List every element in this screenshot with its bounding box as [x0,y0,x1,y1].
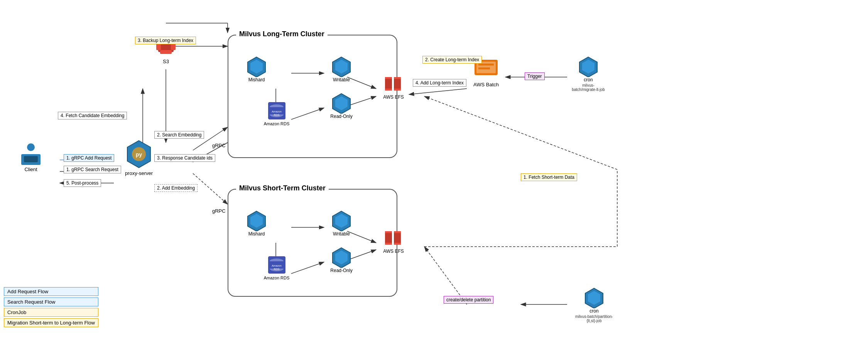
backup-label: 3. Backup Long-term Index [135,37,196,44]
svg-text:Amazon: Amazon [272,264,282,267]
svg-rect-73 [385,231,392,233]
lt-mishard-label: Mishard [239,77,274,82]
svg-rect-74 [394,231,401,233]
add-lt-label: 4. Add Long-term Index [413,79,466,87]
legend-search: Search Request Flow [4,297,98,306]
partition-label: create/delete partition [444,296,493,304]
st-mishard-node: Mishard [239,210,274,237]
st-writable-label: Writable [324,231,359,237]
s3-label: S3 [147,59,185,64]
lt-rds-node: Amazon RDS Amazon RDS [259,100,294,126]
proxy-server-label: proxy-server [116,170,162,176]
lt-efs-node: AWS EFS [376,73,411,100]
svg-text:Amazon: Amazon [272,110,282,113]
svg-rect-57 [385,89,392,91]
add-embedding-label: 2. Add Embedding [154,184,198,192]
svg-rect-76 [394,243,401,245]
svg-text:RDS: RDS [274,268,279,271]
st-readonly-node: Read-Only [324,247,359,273]
svg-line-9 [193,173,228,204]
client-node: Client [12,143,50,172]
svg-rect-71 [385,231,392,245]
st-efs-label: AWS EFS [376,249,411,254]
svg-rect-80 [478,67,490,69]
cron2-label: cron [571,308,617,314]
st-efs-node: AWS EFS [376,227,411,254]
fetch-candidate-label: 4. Fetch Candidate Embedding [58,112,127,119]
st-readonly-label: Read-Only [324,268,359,273]
st-writable-node: Writable [324,210,359,237]
legend: Add Request Flow Search Request Flow Cro… [4,287,98,327]
lt-mishard-node: Mishard [239,56,274,82]
lt-rds-label: Amazon RDS [259,121,294,126]
short-term-cluster-title: Milvus Short-Term Cluster [236,184,329,192]
svg-rect-54 [394,77,401,91]
grpc-search-label: 1. gRPC Search Request [64,166,121,173]
create-lt-label: 2. Create Long-term Index [422,56,482,64]
legend-cron: CronJob [4,308,98,317]
cron1-label: cron [571,77,606,82]
lt-writable-label: Writable [324,77,359,82]
svg-text:py: py [136,151,142,158]
aws-batch-label: AWS Batch [463,82,509,87]
st-mishard-label: Mishard [239,231,274,237]
svg-rect-34 [160,50,172,54]
trigger-label: Trigger [525,72,545,80]
fetch-st-label: 1. Fetch Short-term Data [521,173,577,181]
search-embedding-label: 2. Search Embedding [154,131,204,139]
partition-job-label: milvus-batch/partition-{lt,st}-job [571,314,617,323]
lt-writable-node: Writable [324,56,359,82]
client-label: Client [12,166,50,172]
svg-line-21 [409,89,467,94]
post-process-label: 5. Post-process [64,179,101,187]
grpc-st-label: gRPC [212,208,226,214]
legend-add: Add Request Flow [4,287,98,296]
svg-rect-72 [394,231,401,245]
cron2-node: cron milvus-batch/partition-{lt,st}-job [571,287,617,323]
lt-readonly-node: Read-Only [324,92,359,119]
svg-rect-75 [385,243,392,245]
svg-rect-53 [385,77,392,91]
svg-rect-79 [478,64,494,66]
short-term-cluster-box: Milvus Short-Term Cluster [228,189,397,297]
legend-migration: Migration Short-term to Long-term Flow [4,318,98,327]
lt-efs-label: AWS EFS [376,94,411,100]
cron1-node: cron milvus-batch/migrate-lt-job [571,56,606,92]
svg-text:RDS: RDS [274,114,279,116]
lt-readonly-label: Read-Only [324,114,359,119]
st-rds-label: Amazon RDS [259,276,294,280]
long-term-cluster-title: Milvus Long-Term Cluster [236,30,328,38]
response-label: 3. Response Candidate ids [154,154,215,162]
grpc-add-label: 1. gRPC Add Request [64,154,114,162]
svg-rect-55 [385,77,392,79]
migrate-job-label: milvus-batch/migrate-lt-job [571,83,606,92]
svg-rect-37 [24,156,38,162]
st-rds-node: Amazon RDS Amazon RDS [259,254,294,280]
long-term-cluster-box: Milvus Long-Term Cluster [228,35,397,158]
svg-rect-58 [394,89,401,91]
svg-line-25 [424,96,617,170]
grpc-lt-label: gRPC [212,143,226,148]
svg-rect-56 [394,77,401,79]
svg-point-35 [27,143,35,151]
diagram-container: Milvus Long-Term Cluster Milvus Short-Te… [0,0,868,358]
arrows-svg [0,0,868,358]
